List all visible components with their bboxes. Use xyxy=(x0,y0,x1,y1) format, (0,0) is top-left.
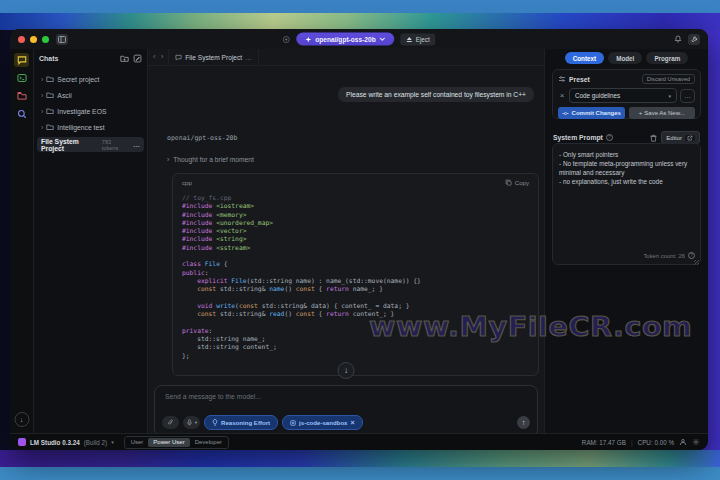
traffic-lights xyxy=(18,36,49,43)
wallpaper-top-band xyxy=(0,0,720,13)
folder-small-icon xyxy=(46,75,54,83)
chat-folder-secret-project[interactable]: Secret project xyxy=(37,71,144,87)
trash-icon-button[interactable] xyxy=(650,134,657,142)
commit-label: Commit Changes xyxy=(572,110,621,116)
tab-more-icon[interactable] xyxy=(245,54,252,61)
js-code-sandbox-pill[interactable]: js-code-sandbox xyxy=(282,415,363,430)
help-icon[interactable] xyxy=(606,134,613,141)
nav-discover-button[interactable] xyxy=(14,107,29,121)
reasoning-effort-pill[interactable]: Reasoning Effort xyxy=(204,415,278,430)
plus-icon xyxy=(639,110,643,116)
separator xyxy=(631,439,633,446)
scroll-to-bottom-button[interactable] xyxy=(338,362,355,379)
search-icon xyxy=(17,109,27,119)
notifications-bell-button[interactable] xyxy=(674,35,682,43)
system-prompt-textarea[interactable]: - Only smart pointers - No template meta… xyxy=(552,143,701,265)
tab-program[interactable]: Program xyxy=(646,52,688,64)
chat-folder-intelligence-test[interactable]: Intelligence test xyxy=(37,119,144,135)
expand-caret-icon xyxy=(41,76,43,83)
chats-header: Chats xyxy=(34,49,147,67)
chat-folder-investigate-eos[interactable]: Investigate EOS xyxy=(37,103,144,119)
ram-usage: RAM: 17.47 GB xyxy=(582,439,626,446)
gear-icon-button[interactable] xyxy=(692,438,700,446)
model-loader-group: openai/gpt-oss-20b Eject xyxy=(282,33,435,46)
info-icon[interactable] xyxy=(688,252,695,259)
nav-back-button[interactable] xyxy=(153,53,156,61)
mode-developer[interactable]: Developer xyxy=(190,438,227,447)
chat-folder-label: Intelligence test xyxy=(57,124,104,131)
eject-label: Eject xyxy=(416,36,430,43)
zoom-window-button[interactable] xyxy=(42,36,49,43)
copy-code-button[interactable]: Copy xyxy=(505,179,529,186)
new-chat-button[interactable] xyxy=(133,54,142,63)
downloads-button[interactable] xyxy=(14,412,29,427)
tab-context[interactable]: Context xyxy=(565,52,604,64)
new-folder-button[interactable] xyxy=(120,54,129,63)
statusbar-right: RAM: 17.47 GB CPU: 0.00 % xyxy=(582,438,700,446)
tab-strip: File System Project xyxy=(148,49,544,66)
preset-title: Preset xyxy=(569,76,639,83)
nav-developer-button[interactable] xyxy=(14,71,29,85)
commit-changes-button[interactable]: Commit Changes xyxy=(558,107,625,119)
code-block: cpp Copy // toy_fs.cpp#include <iostream… xyxy=(172,173,539,376)
thought-disclosure[interactable]: Thought for a brief moment xyxy=(167,156,254,163)
titlebar-right xyxy=(674,34,700,45)
loaded-model-name: openai/gpt-oss-20b xyxy=(315,36,375,43)
nav-chat-button[interactable] xyxy=(14,53,29,67)
discard-unsaved-button[interactable]: Discard Unsaved xyxy=(642,74,695,84)
chat-item-file-system-project[interactable]: File System Project 783 tokens xyxy=(37,137,144,152)
settings-wrench-button[interactable] xyxy=(688,34,700,45)
preset-more-button[interactable] xyxy=(680,89,695,103)
chat-folder-ascii[interactable]: Ascii xyxy=(37,87,144,103)
nav-my-models-button[interactable] xyxy=(14,89,29,103)
minimize-window-button[interactable] xyxy=(30,36,37,43)
tab-label: File System Project xyxy=(185,54,242,61)
eject-icon xyxy=(407,36,413,42)
content-row: Chats Secret project xyxy=(10,49,708,433)
paperclip-icon xyxy=(167,419,174,426)
sandbox-icon xyxy=(290,420,296,426)
attach-file-button[interactable] xyxy=(162,416,179,429)
expand-caret-icon xyxy=(41,124,43,131)
user-account-button[interactable] xyxy=(679,438,687,446)
mode-power-user[interactable]: Power User xyxy=(148,438,189,447)
folder-icon xyxy=(17,91,27,101)
wallpaper-stripes xyxy=(0,13,720,30)
save-as-new-button[interactable]: Save As New... xyxy=(629,107,696,119)
nav-forward-button[interactable] xyxy=(161,53,164,61)
close-window-button[interactable] xyxy=(18,36,25,43)
chat-folder-label: Investigate EOS xyxy=(57,108,106,115)
chevron-down-icon xyxy=(380,37,386,42)
composer-toolbar: Reasoning Effort js-code-sandbox xyxy=(162,415,530,430)
mode-user[interactable]: User xyxy=(126,438,149,447)
chat-tab-icon xyxy=(175,54,182,61)
assistant-model-name: openai/gpt-oss-20b xyxy=(167,134,237,142)
chat-scroll-area[interactable]: Please write an example self contained t… xyxy=(148,66,544,433)
nav-rail xyxy=(10,49,34,433)
loaded-model-pill[interactable]: openai/gpt-oss-20b xyxy=(296,33,394,46)
send-message-button[interactable] xyxy=(517,416,530,429)
message-input[interactable]: Send a message to the model... xyxy=(165,393,261,400)
chats-sidebar: Chats Secret project xyxy=(34,49,148,433)
lightbulb-icon xyxy=(212,419,218,426)
chat-token-count: 783 tokens xyxy=(102,139,127,151)
remove-sandbox-icon[interactable] xyxy=(351,419,355,426)
tab-model[interactable]: Model xyxy=(608,52,642,64)
resize-handle[interactable] xyxy=(694,260,699,265)
chat-folder-label: Secret project xyxy=(57,76,99,83)
reasoning-effort-label: Reasoning Effort xyxy=(221,419,270,426)
system-prompt-title: System Prompt xyxy=(553,134,603,141)
eject-model-button[interactable]: Eject xyxy=(401,33,436,45)
toggle-sidebar-button[interactable] xyxy=(56,34,68,45)
chat-more-icon[interactable] xyxy=(133,141,140,148)
terminal-icon xyxy=(17,73,27,83)
preset-select[interactable]: Code guidelines xyxy=(569,88,677,103)
arrow-up-icon xyxy=(522,418,526,427)
clear-preset-button[interactable] xyxy=(558,91,566,100)
chat-item-label: File System Project xyxy=(41,138,99,152)
copy-icon xyxy=(505,179,512,186)
download-icon xyxy=(20,416,24,423)
app-version[interactable]: LM Studio 0.3.24 xyxy=(30,439,80,446)
voice-input-button[interactable] xyxy=(183,416,200,429)
tab-file-system-project[interactable]: File System Project xyxy=(168,49,258,65)
